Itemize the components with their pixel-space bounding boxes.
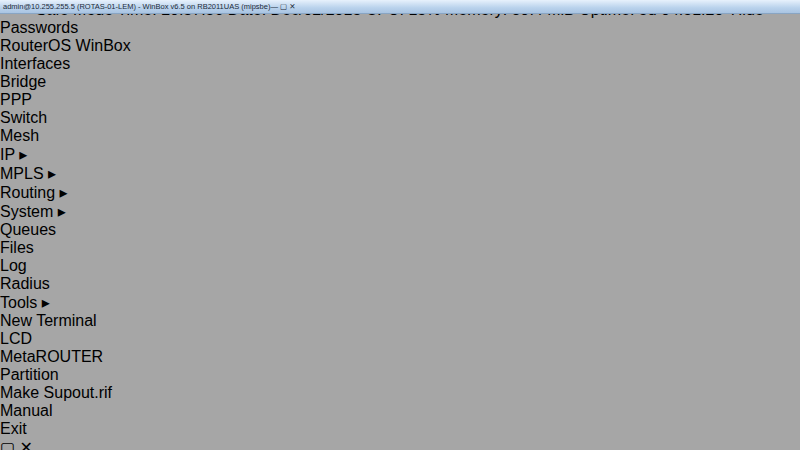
sidebar-item-label: Switch xyxy=(0,109,47,126)
sidebar-item[interactable]: LCD xyxy=(0,330,800,348)
sidebar-item[interactable]: Queues xyxy=(0,221,800,239)
window-controls: — ▢ ✕ xyxy=(270,2,295,11)
submenu-arrow-icon: ▸ xyxy=(19,146,27,163)
sidebar-item[interactable]: Switch xyxy=(0,109,800,127)
workspace: ▢ ✕ all ▼ memory system, info, account u… xyxy=(0,438,800,450)
maximize-button[interactable]: ▢ xyxy=(280,2,287,11)
sidebar-item-label: LCD xyxy=(0,330,32,347)
sidebar-item[interactable]: Tools ▸ xyxy=(0,293,800,312)
sidebar-item[interactable]: IP ▸ xyxy=(0,145,800,164)
sidebar-item[interactable]: Make Supout.rif xyxy=(0,384,800,402)
sidebar-item-label: Log xyxy=(0,257,27,274)
sidebar-item[interactable]: Log xyxy=(0,257,800,275)
sidebar-item-label: Tools xyxy=(0,294,37,311)
sidebar-item-label: Manual xyxy=(0,402,52,419)
log-window-titlebar[interactable]: ▢ ✕ xyxy=(0,438,800,450)
sidebar-item[interactable]: Interfaces xyxy=(0,55,800,73)
brand-strip: RouterOS WinBox xyxy=(0,37,800,55)
log-window-controls: ▢ ✕ xyxy=(0,439,33,450)
submenu-arrow-icon: ▸ xyxy=(58,203,66,220)
sidebar-item[interactable]: Routing ▸ xyxy=(0,183,800,202)
sidebar-item-label: Queues xyxy=(0,221,56,238)
sidebar-item-label: New Terminal xyxy=(0,312,97,329)
submenu-arrow-icon: ▸ xyxy=(42,294,50,311)
sidebar-item[interactable]: Radius xyxy=(0,275,800,293)
sidebar-item[interactable]: System ▸ xyxy=(0,202,800,221)
sidebar-item-label: MetaROUTER xyxy=(0,348,103,365)
close-button[interactable]: ✕ xyxy=(289,2,295,11)
log-close-button[interactable]: ✕ xyxy=(20,439,33,450)
sidebar-item-label: Partition xyxy=(0,366,59,383)
main-titlebar[interactable]: admin@10.255.255.5 (ROTAS-01-LEM) - WinB… xyxy=(0,0,800,14)
sidebar-item[interactable]: PPP xyxy=(0,91,800,109)
sidebar-item[interactable]: MetaROUTER xyxy=(0,348,800,366)
sidebar-item-label: Interfaces xyxy=(0,55,70,72)
sidebar-item-label: Bridge xyxy=(0,73,46,90)
minimize-button[interactable]: — xyxy=(270,2,278,11)
sidebar-item[interactable]: Bridge xyxy=(0,73,800,91)
window-title: admin@10.255.255.5 (ROTAS-01-LEM) - WinB… xyxy=(3,2,270,11)
sidebar-menu: Interfaces Bridge PPP Switch Mesh I xyxy=(0,55,800,438)
sidebar-item[interactable]: Files xyxy=(0,239,800,257)
sidebar-item-label: MPLS xyxy=(0,165,44,182)
sidebar-item-label: Files xyxy=(0,239,34,256)
sidebar-item-label: PPP xyxy=(0,91,32,108)
sidebar-item-label: IP xyxy=(0,146,15,163)
sidebar-item-label: Radius xyxy=(0,275,50,292)
submenu-arrow-icon: ▸ xyxy=(48,165,56,182)
sidebar-item[interactable]: Manual xyxy=(0,402,800,420)
sidebar-item-label: Routing xyxy=(0,184,55,201)
sidebar-item[interactable]: Exit xyxy=(0,420,800,438)
sidebar-item[interactable]: MPLS ▸ xyxy=(0,164,800,183)
sidebar-item[interactable]: Mesh xyxy=(0,127,800,145)
brand-text: RouterOS WinBox xyxy=(0,37,131,54)
sidebar-item[interactable]: New Terminal xyxy=(0,312,800,330)
sidebar-item-label: System xyxy=(0,203,53,220)
sidebar-item-label: Mesh xyxy=(0,127,39,144)
log-maximize-button[interactable]: ▢ xyxy=(0,439,15,450)
log-window: ▢ ✕ all ▼ memory system, info, account u… xyxy=(0,438,800,450)
sidebar-item[interactable]: Partition xyxy=(0,366,800,384)
submenu-arrow-icon: ▸ xyxy=(60,184,68,201)
sidebar-item-label: Make Supout.rif xyxy=(0,384,112,401)
sidebar-item-label: Exit xyxy=(0,420,27,437)
